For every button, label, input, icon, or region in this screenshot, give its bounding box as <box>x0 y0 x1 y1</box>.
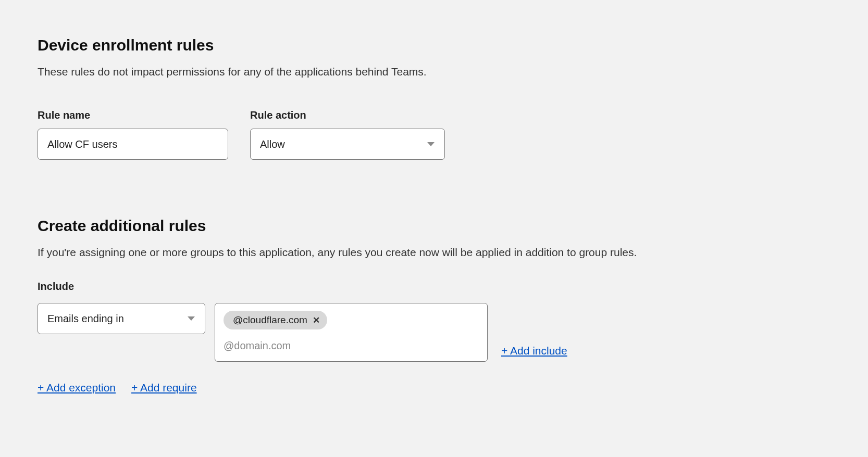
add-include-button[interactable]: + Add include <box>501 345 567 357</box>
include-row: Emails ending in @cloudflare.com ✕ + Add… <box>38 303 830 362</box>
rule-action-select[interactable]: Allow <box>250 129 445 160</box>
add-include-wrap: + Add include <box>501 303 567 361</box>
additional-rules-heading: Create additional rules <box>38 217 830 235</box>
rule-name-field: Rule name <box>38 109 228 160</box>
device-rules-description: These rules do not impact permissions fo… <box>38 66 830 78</box>
include-label: Include <box>38 281 830 293</box>
page-root: Device enrollment rules These rules do n… <box>0 0 868 415</box>
add-require-button[interactable]: + Add require <box>131 382 197 394</box>
rule-fields-row: Rule name Rule action Allow <box>38 109 830 160</box>
rule-name-label: Rule name <box>38 109 228 121</box>
rule-action-select-value: Allow <box>250 129 445 160</box>
include-selector-value: Emails ending in <box>38 303 205 334</box>
rule-action-field: Rule action Allow <box>250 109 445 160</box>
rule-name-input[interactable] <box>38 129 228 160</box>
chip-text: @cloudflare.com <box>233 314 307 326</box>
add-exception-button[interactable]: + Add exception <box>38 382 116 394</box>
rule-action-label: Rule action <box>250 109 445 121</box>
include-selector[interactable]: Emails ending in <box>38 303 205 334</box>
additional-rules-description: If you're assigning one or more groups t… <box>38 246 830 259</box>
include-value-input[interactable] <box>224 340 479 352</box>
email-domain-chip: @cloudflare.com ✕ <box>224 311 327 329</box>
close-icon[interactable]: ✕ <box>313 316 320 325</box>
include-tag-input[interactable]: @cloudflare.com ✕ <box>215 303 488 362</box>
bottom-link-row: + Add exception + Add require <box>38 382 830 394</box>
device-rules-heading: Device enrollment rules <box>38 36 830 54</box>
